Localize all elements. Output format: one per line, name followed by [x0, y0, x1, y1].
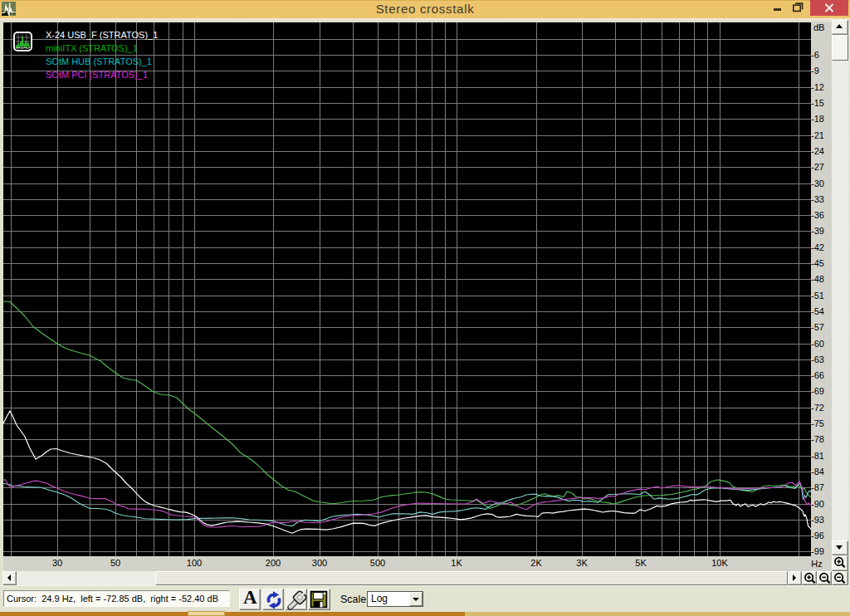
svg-text:-78: -78	[811, 434, 824, 444]
svg-text:-48: -48	[811, 274, 824, 284]
svg-text:-87: -87	[811, 482, 824, 492]
svg-text:10K: 10K	[711, 558, 728, 568]
svg-text:1K: 1K	[451, 558, 462, 568]
svg-text:2K: 2K	[530, 558, 542, 568]
svg-text:-15: -15	[811, 98, 824, 108]
svg-text:-54: -54	[811, 306, 824, 316]
svg-text:-36: -36	[811, 210, 824, 220]
svg-text:-90: -90	[811, 499, 824, 509]
svg-text:-69: -69	[811, 386, 824, 396]
svg-text:-9: -9	[811, 66, 819, 76]
svg-text:200: 200	[266, 558, 281, 568]
svg-text:Hz: Hz	[811, 559, 822, 569]
svg-text:-27: -27	[811, 162, 824, 172]
svg-text:dB: dB	[813, 22, 824, 32]
svg-text:300: 300	[312, 558, 327, 568]
svg-text:-63: -63	[811, 354, 824, 364]
svg-text:-81: -81	[811, 451, 824, 461]
svg-text:-84: -84	[811, 467, 824, 477]
svg-text:-30: -30	[811, 178, 824, 188]
svg-text:-18: -18	[811, 114, 824, 124]
svg-text:-51: -51	[811, 291, 824, 301]
svg-text:-60: -60	[811, 339, 824, 349]
svg-text:100: 100	[187, 558, 202, 568]
svg-text:-6: -6	[811, 50, 819, 60]
svg-text:50: 50	[110, 558, 120, 568]
svg-text:-42: -42	[811, 242, 824, 252]
svg-text:-12: -12	[811, 82, 824, 92]
svg-text:SOtM HUB (STRATOS)_1: SOtM HUB (STRATOS)_1	[46, 56, 152, 66]
svg-text:-75: -75	[811, 418, 824, 428]
svg-text:-66: -66	[811, 370, 824, 380]
svg-text:-93: -93	[811, 515, 824, 525]
svg-text:5K: 5K	[635, 558, 647, 568]
svg-text:-45: -45	[811, 258, 824, 268]
svg-text:30: 30	[52, 558, 62, 568]
svg-text:-33: -33	[811, 194, 824, 204]
svg-text:X-24 USB_F (STRATOS)_1: X-24 USB_F (STRATOS)_1	[46, 30, 158, 40]
svg-text:-57: -57	[811, 322, 824, 332]
svg-text:-99: -99	[811, 546, 824, 556]
svg-text:-96: -96	[811, 530, 824, 540]
svg-text:3K: 3K	[576, 558, 588, 568]
svg-text:miniITX (STRATOS)_1: miniITX (STRATOS)_1	[46, 43, 138, 53]
svg-text:SOtM PCI (STRATOS)_1: SOtM PCI (STRATOS)_1	[46, 70, 148, 80]
svg-text:-21: -21	[811, 130, 824, 140]
svg-text:-24: -24	[811, 146, 824, 156]
svg-text:-72: -72	[811, 403, 824, 413]
svg-text:500: 500	[370, 558, 385, 568]
svg-text:-39: -39	[811, 226, 824, 236]
